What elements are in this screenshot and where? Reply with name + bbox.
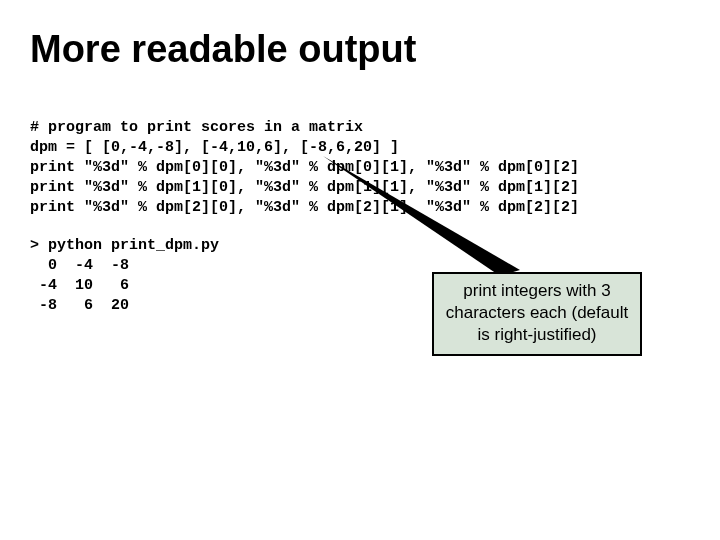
output-line-2: 0 -4 -8 xyxy=(30,257,129,274)
code-line-1: # program to print scores in a matrix xyxy=(30,119,363,136)
code-block: # program to print scores in a matrix dp… xyxy=(30,118,579,218)
output-block: > python print_dpm.py 0 -4 -8 -4 10 6 -8… xyxy=(30,236,219,316)
code-line-5: print "%3d" % dpm[2][0], "%3d" % dpm[2][… xyxy=(30,199,579,216)
callout-text: print integers with 3 characters each (d… xyxy=(446,281,628,344)
output-line-3: -4 10 6 xyxy=(30,277,129,294)
code-line-4: print "%3d" % dpm[1][0], "%3d" % dpm[1][… xyxy=(30,179,579,196)
output-line-1: > python print_dpm.py xyxy=(30,237,219,254)
code-line-3: print "%3d" % dpm[0][0], "%3d" % dpm[0][… xyxy=(30,159,579,176)
output-line-4: -8 6 20 xyxy=(30,297,129,314)
page-title: More readable output xyxy=(30,28,416,71)
slide: More readable output # program to print … xyxy=(0,0,720,540)
callout-box: print integers with 3 characters each (d… xyxy=(432,272,642,356)
code-line-2: dpm = [ [0,-4,-8], [-4,10,6], [-8,6,20] … xyxy=(30,139,399,156)
